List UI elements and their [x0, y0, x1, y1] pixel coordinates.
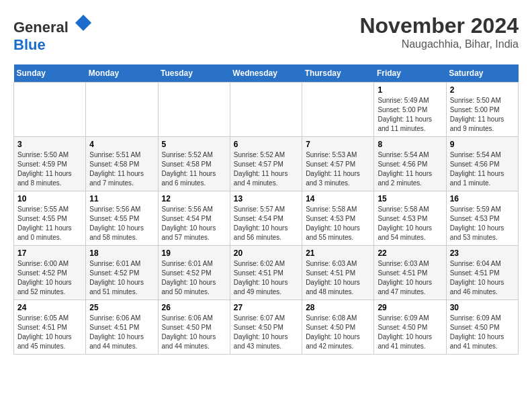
day-info: Sunrise: 5:52 AM Sunset: 4:58 PM Dayligh… — [162, 150, 226, 188]
weekday-header: Saturday — [446, 64, 518, 83]
day-info: Sunrise: 5:50 AM Sunset: 4:59 PM Dayligh… — [17, 150, 82, 188]
day-number: 8 — [378, 140, 442, 149]
logo-blue: Blue — [13, 36, 46, 53]
weekday-header: Sunday — [14, 64, 86, 83]
calendar-cell: 25Sunrise: 6:06 AM Sunset: 4:51 PM Dayli… — [86, 300, 158, 355]
calendar-cell: 6Sunrise: 5:52 AM Sunset: 4:57 PM Daylig… — [230, 137, 302, 191]
day-number: 11 — [89, 194, 154, 203]
day-info: Sunrise: 5:54 AM Sunset: 4:56 PM Dayligh… — [378, 150, 442, 188]
calendar-cell — [86, 83, 158, 137]
day-number: 26 — [162, 303, 226, 312]
day-number: 12 — [162, 194, 226, 203]
day-number: 15 — [378, 194, 442, 203]
weekday-header: Monday — [86, 64, 158, 83]
day-number: 22 — [378, 248, 442, 258]
calendar-cell: 1Sunrise: 5:49 AM Sunset: 5:00 PM Daylig… — [374, 83, 446, 137]
calendar-cell — [302, 83, 374, 137]
day-info: Sunrise: 5:56 AM Sunset: 4:54 PM Dayligh… — [162, 205, 226, 242]
day-number: 14 — [306, 194, 370, 203]
calendar-cell: 27Sunrise: 6:07 AM Sunset: 4:50 PM Dayli… — [230, 300, 302, 355]
day-number: 6 — [234, 140, 298, 149]
day-number: 20 — [234, 248, 298, 258]
calendar-cell: 18Sunrise: 6:01 AM Sunset: 4:52 PM Dayli… — [86, 246, 158, 300]
day-info: Sunrise: 6:01 AM Sunset: 4:52 PM Dayligh… — [89, 259, 154, 297]
day-number: 27 — [234, 303, 298, 312]
calendar-cell: 20Sunrise: 6:02 AM Sunset: 4:51 PM Dayli… — [230, 246, 302, 300]
day-info: Sunrise: 6:05 AM Sunset: 4:51 PM Dayligh… — [17, 314, 82, 351]
calendar-cell: 9Sunrise: 5:54 AM Sunset: 4:56 PM Daylig… — [446, 137, 518, 191]
day-info: Sunrise: 5:58 AM Sunset: 4:53 PM Dayligh… — [378, 205, 442, 242]
calendar-cell: 21Sunrise: 6:03 AM Sunset: 4:51 PM Dayli… — [302, 246, 374, 300]
calendar-cell: 28Sunrise: 6:08 AM Sunset: 4:50 PM Dayli… — [302, 300, 374, 355]
calendar-cell: 30Sunrise: 6:09 AM Sunset: 4:50 PM Dayli… — [446, 300, 518, 355]
weekday-header: Thursday — [302, 64, 374, 83]
calendar-cell: 22Sunrise: 6:03 AM Sunset: 4:51 PM Dayli… — [374, 246, 446, 300]
calendar-cell — [14, 83, 86, 137]
day-number: 9 — [450, 140, 515, 149]
weekday-header: Friday — [374, 64, 446, 83]
day-number: 1 — [378, 85, 442, 95]
calendar-cell: 3Sunrise: 5:50 AM Sunset: 4:59 PM Daylig… — [14, 137, 86, 191]
calendar-cell: 8Sunrise: 5:54 AM Sunset: 4:56 PM Daylig… — [374, 137, 446, 191]
day-number: 30 — [450, 303, 515, 312]
day-info: Sunrise: 5:53 AM Sunset: 4:57 PM Dayligh… — [306, 150, 370, 188]
weekday-header-row: SundayMondayTuesdayWednesdayThursdayFrid… — [14, 64, 519, 83]
day-number: 16 — [450, 194, 515, 203]
day-number: 4 — [89, 140, 154, 149]
calendar-cell: 10Sunrise: 5:55 AM Sunset: 4:55 PM Dayli… — [14, 191, 86, 246]
logo-general: General — [13, 19, 69, 36]
day-info: Sunrise: 6:09 AM Sunset: 4:50 PM Dayligh… — [450, 314, 515, 351]
calendar-cell: 12Sunrise: 5:56 AM Sunset: 4:54 PM Dayli… — [158, 191, 230, 246]
day-number: 5 — [162, 140, 226, 149]
calendar-cell: 17Sunrise: 6:00 AM Sunset: 4:52 PM Dayli… — [14, 246, 86, 300]
calendar-cell: 4Sunrise: 5:51 AM Sunset: 4:58 PM Daylig… — [86, 137, 158, 191]
day-info: Sunrise: 5:59 AM Sunset: 4:53 PM Dayligh… — [450, 205, 515, 242]
day-info: Sunrise: 5:58 AM Sunset: 4:53 PM Dayligh… — [306, 205, 370, 242]
day-info: Sunrise: 5:54 AM Sunset: 4:56 PM Dayligh… — [450, 150, 515, 188]
svg-marker-1 — [83, 15, 91, 23]
day-number: 24 — [17, 303, 82, 312]
calendar-cell: 7Sunrise: 5:53 AM Sunset: 4:57 PM Daylig… — [302, 137, 374, 191]
day-info: Sunrise: 6:08 AM Sunset: 4:50 PM Dayligh… — [306, 314, 370, 351]
day-info: Sunrise: 6:09 AM Sunset: 4:50 PM Dayligh… — [378, 314, 442, 351]
location: Naugachhia, Bihar, India — [359, 38, 519, 50]
day-info: Sunrise: 5:50 AM Sunset: 5:00 PM Dayligh… — [450, 96, 515, 134]
day-number: 21 — [306, 248, 370, 258]
calendar-week-row: 10Sunrise: 5:55 AM Sunset: 4:55 PM Dayli… — [14, 191, 519, 246]
day-info: Sunrise: 5:51 AM Sunset: 4:58 PM Dayligh… — [89, 150, 154, 188]
calendar-cell — [158, 83, 230, 137]
weekday-header: Tuesday — [158, 64, 230, 83]
calendar-cell: 5Sunrise: 5:52 AM Sunset: 4:58 PM Daylig… — [158, 137, 230, 191]
day-info: Sunrise: 6:02 AM Sunset: 4:51 PM Dayligh… — [234, 259, 298, 297]
calendar-cell: 13Sunrise: 5:57 AM Sunset: 4:54 PM Dayli… — [230, 191, 302, 246]
day-number: 19 — [162, 248, 226, 258]
calendar-cell: 23Sunrise: 6:04 AM Sunset: 4:51 PM Dayli… — [446, 246, 518, 300]
logo-icon — [74, 13, 93, 32]
day-info: Sunrise: 6:06 AM Sunset: 4:50 PM Dayligh… — [162, 314, 226, 351]
day-info: Sunrise: 5:55 AM Sunset: 4:55 PM Dayligh… — [17, 205, 82, 242]
day-number: 17 — [17, 248, 82, 258]
day-info: Sunrise: 5:52 AM Sunset: 4:57 PM Dayligh… — [234, 150, 298, 188]
calendar-cell — [230, 83, 302, 137]
day-info: Sunrise: 6:03 AM Sunset: 4:51 PM Dayligh… — [378, 259, 442, 297]
day-info: Sunrise: 6:01 AM Sunset: 4:52 PM Dayligh… — [162, 259, 226, 297]
day-number: 28 — [306, 303, 370, 312]
title-block: November 2024 Naugachhia, Bihar, India — [359, 13, 519, 50]
logo: General Blue — [13, 13, 93, 54]
calendar-cell: 24Sunrise: 6:05 AM Sunset: 4:51 PM Dayli… — [14, 300, 86, 355]
calendar-week-row: 1Sunrise: 5:49 AM Sunset: 5:00 PM Daylig… — [14, 83, 519, 137]
calendar-week-row: 17Sunrise: 6:00 AM Sunset: 4:52 PM Dayli… — [14, 246, 519, 300]
calendar-cell: 29Sunrise: 6:09 AM Sunset: 4:50 PM Dayli… — [374, 300, 446, 355]
day-number: 25 — [89, 303, 154, 312]
calendar-cell: 2Sunrise: 5:50 AM Sunset: 5:00 PM Daylig… — [446, 83, 518, 137]
month-title: November 2024 — [359, 13, 519, 38]
day-number: 18 — [89, 248, 154, 258]
day-number: 7 — [306, 140, 370, 149]
calendar-cell: 16Sunrise: 5:59 AM Sunset: 4:53 PM Dayli… — [446, 191, 518, 246]
calendar-week-row: 24Sunrise: 6:05 AM Sunset: 4:51 PM Dayli… — [14, 300, 519, 355]
day-number: 29 — [378, 303, 442, 312]
page-header: General Blue November 2024 Naugachhia, B… — [13, 13, 519, 54]
calendar-week-row: 3Sunrise: 5:50 AM Sunset: 4:59 PM Daylig… — [14, 137, 519, 191]
day-number: 2 — [450, 85, 515, 95]
calendar-cell: 11Sunrise: 5:56 AM Sunset: 4:55 PM Dayli… — [86, 191, 158, 246]
